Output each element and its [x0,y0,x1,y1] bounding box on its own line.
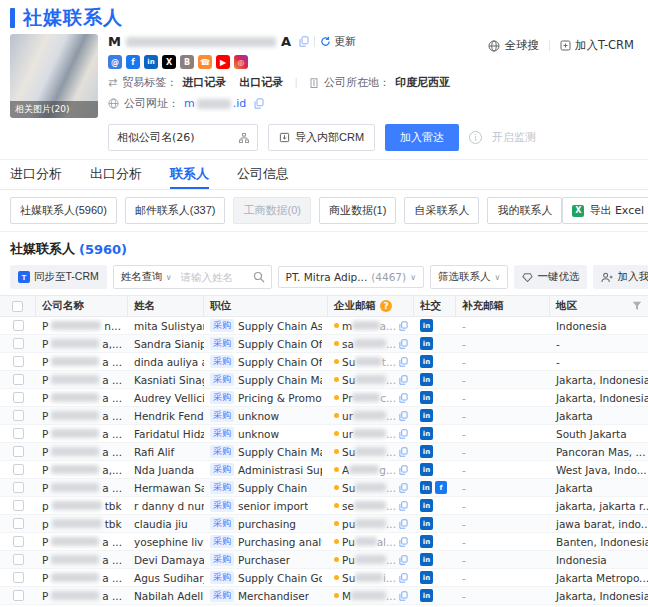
subtab-my-contacts[interactable]: 我的联系人 [487,197,562,224]
company-cell: Pa,... [36,335,128,352]
row-checkbox[interactable] [13,482,24,493]
position-cell: 采购Supply Chain Officer [204,353,328,370]
row-checkbox[interactable] [13,320,24,331]
name-search-input[interactable] [179,267,247,287]
linkedin-icon[interactable]: in [420,427,433,440]
extra-email-cell: - [456,371,550,388]
tab-import-analysis[interactable]: 进口分析 [10,160,62,189]
row-checkbox[interactable] [13,464,24,475]
linkedin-icon[interactable]: in [420,499,433,512]
youtube-icon[interactable]: ▶ [216,55,230,69]
row-checkbox[interactable] [13,392,24,403]
row-checkbox[interactable] [13,338,24,349]
copy-icon[interactable] [399,573,408,583]
filter-contacts-dropdown[interactable]: 筛选联系人 ∨ [430,265,508,289]
copy-icon[interactable] [399,447,408,457]
row-checkbox[interactable] [13,446,24,457]
copy-icon[interactable] [254,98,264,109]
region-cell: Jakarta [550,407,648,424]
facebook-icon[interactable]: f [126,55,140,69]
linkedin-icon[interactable]: in [420,391,433,404]
row-checkbox[interactable] [13,590,24,601]
name-query-dropdown[interactable]: 姓名查询 ∨ [114,266,179,288]
copy-icon[interactable] [399,357,408,367]
copy-icon[interactable] [399,483,408,493]
copy-icon[interactable] [399,321,408,331]
join-radar-button[interactable]: 加入雷达 [385,124,459,151]
linkedin-icon[interactable]: in [420,517,433,530]
row-checkbox[interactable] [13,374,24,385]
copy-icon[interactable] [399,411,408,421]
linkedin-icon[interactable]: in [420,463,433,476]
subtab-social-contacts[interactable]: 社媒联系人(5960) [10,197,117,224]
row-checkbox[interactable] [13,518,24,529]
linkedin-icon[interactable]: in [420,409,433,422]
refresh-button[interactable]: 更新 [320,34,356,49]
x-icon[interactable]: X [162,55,176,69]
name-cell: claudia jiu [128,515,204,532]
tab-contacts[interactable]: 联系人 [170,160,209,189]
copy-icon[interactable] [299,36,309,47]
linkedin-icon[interactable]: in [420,571,433,584]
row-checkbox[interactable] [13,428,24,439]
row-checkbox[interactable] [13,554,24,565]
copy-icon[interactable] [399,393,408,403]
linkedin-icon[interactable]: in [420,535,433,548]
row-checkbox[interactable] [13,356,24,367]
row-checkbox[interactable] [13,500,24,511]
row-checkbox[interactable] [13,410,24,421]
facebook-icon[interactable]: f [435,481,447,494]
subtab-self-collected[interactable]: 自采联系人 [404,197,479,224]
phone-icon[interactable]: ☎ [198,55,212,69]
copy-icon[interactable] [399,375,408,385]
instagram-icon[interactable]: ◎ [234,55,248,69]
join-tcrm-button[interactable]: 加入T-CRM [560,38,634,53]
copy-icon[interactable] [399,591,408,601]
similar-companies-button[interactable]: 相似公司名(26) [108,124,258,151]
subtab-business-data[interactable]: 商业数据(1) [319,197,396,224]
import-crm-button[interactable]: 导入内部CRM [268,124,375,151]
email-help-icon[interactable]: ? [380,300,392,312]
tab-company-info[interactable]: 公司信息 [237,160,289,189]
website-link[interactable]: m .id [184,97,246,110]
position-text: Purchaser [238,554,290,566]
copy-icon[interactable] [399,519,408,529]
company-photo[interactable]: 相关图片(20) [10,34,98,118]
copy-icon[interactable] [399,465,408,475]
copy-icon[interactable] [399,501,408,511]
linkedin-icon[interactable]: in [420,481,432,494]
copy-icon[interactable] [399,555,408,565]
linkedin-icon[interactable]: in [420,373,433,386]
sync-tcrm-button[interactable]: T 同步至T-CRM [10,265,107,289]
website-icon[interactable]: @ [108,55,122,69]
linkedin-icon[interactable]: in [420,355,433,368]
linkedin-icon[interactable]: in [420,589,433,602]
row-checkbox[interactable] [13,536,24,547]
quick-select-button[interactable]: 一键优选 [514,265,587,289]
status-dot [334,467,339,472]
row-checkbox[interactable] [13,572,24,583]
copy-icon[interactable] [399,537,408,547]
select-all-checkbox[interactable] [12,301,23,312]
tab-export-analysis[interactable]: 出口分析 [90,160,142,189]
linkedin-icon[interactable]: in [420,337,433,350]
export-excel-button[interactable]: X 导出 Excel ∨ [562,197,648,224]
import-records-link[interactable]: 进口记录 [182,75,226,90]
global-search-button[interactable]: 全球搜 [488,38,539,53]
linkedin-icon[interactable]: in [144,55,158,69]
copy-icon[interactable] [399,339,408,349]
subtab-email-contacts[interactable]: 邮件联系人(337) [125,197,226,224]
linkedin-icon[interactable]: in [420,445,433,458]
export-records-link[interactable]: 出口记录 [239,75,283,90]
info-icon[interactable]: i [469,131,482,144]
linkedin-icon[interactable]: in [420,319,433,332]
add-to-crm-icon [560,40,571,51]
linkedin-icon[interactable]: in [420,553,433,566]
tabs: 进口分析出口分析联系人公司信息 [0,160,648,190]
company-filter-dropdown[interactable]: PT. Mitra Adip... (4467) ∨ [278,266,424,288]
filter-icon[interactable] [632,301,642,311]
start-monitor-button[interactable]: 开启监测 [492,130,536,145]
blog-icon[interactable]: B [180,55,194,69]
copy-icon[interactable] [399,429,408,439]
add-my-contacts-button[interactable]: 加入我的联系人 [593,265,648,289]
